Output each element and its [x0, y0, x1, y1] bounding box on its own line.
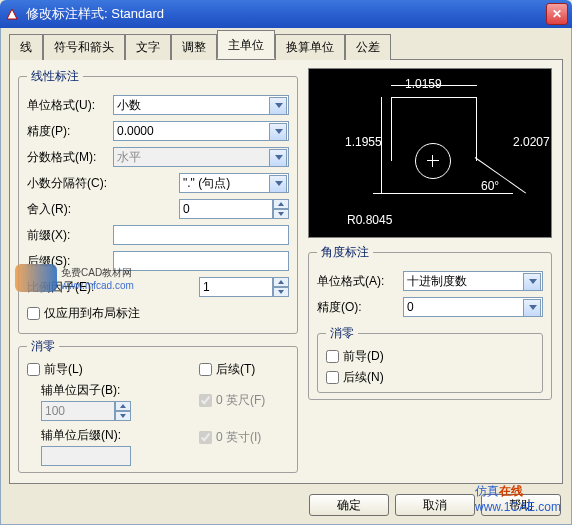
suffix-input[interactable] — [117, 254, 270, 268]
precision-select[interactable]: 0.0000 — [113, 121, 289, 141]
watermark-logo-icon — [15, 264, 57, 292]
unit-format-select[interactable]: 小数 — [113, 95, 289, 115]
fraction-format-label: 分数格式(M): — [27, 149, 113, 166]
spin-down-icon — [115, 411, 131, 421]
right-column: 1.0159 1.1955 2.0207 60° R0.8045 角度标注 单位… — [308, 68, 552, 475]
angular-unit-format-label: 单位格式(A): — [317, 273, 403, 290]
chevron-down-icon — [275, 181, 283, 186]
tab-primary-units[interactable]: 主单位 — [217, 30, 275, 59]
ok-button[interactable]: 确定 — [309, 494, 389, 516]
titlebar: 修改标注样式: Standard ✕ — [0, 0, 572, 28]
round-label: 舍入(R): — [27, 201, 113, 218]
scale-factor-spinner[interactable] — [199, 277, 289, 297]
dialog-body: 线 符号和箭头 文字 调整 主单位 换算单位 公差 线性标注 单位格式(U): … — [0, 28, 572, 525]
spin-up-icon[interactable] — [273, 277, 289, 287]
cancel-button[interactable]: 取消 — [395, 494, 475, 516]
fraction-format-select: 水平 — [113, 147, 289, 167]
trailing-checkbox[interactable]: 后续(T) — [199, 361, 289, 378]
angular-trailing-checkbox[interactable]: 后续(N) — [326, 369, 534, 386]
unit-format-label: 单位格式(U): — [27, 97, 113, 114]
suffix-input-wrap[interactable] — [113, 251, 289, 271]
chevron-down-icon — [529, 305, 537, 310]
suppress-linear-legend: 消零 — [27, 338, 59, 355]
button-row: 确定 取消 帮助 — [309, 494, 561, 516]
spin-down-icon[interactable] — [273, 287, 289, 297]
precision-label: 精度(P): — [27, 123, 113, 140]
spin-up-icon — [115, 401, 131, 411]
prefix-input-wrap[interactable] — [113, 225, 289, 245]
sub-suffix-label: 辅单位后缀(N): — [41, 427, 191, 444]
preview-dim-right: 2.0207 — [513, 135, 550, 149]
watermark: 免费CAD教材网 www.mfcad.com — [15, 264, 134, 292]
close-icon: ✕ — [552, 7, 562, 21]
suppress-angular-legend: 消零 — [326, 325, 358, 342]
close-button[interactable]: ✕ — [546, 3, 568, 25]
dimension-preview: 1.0159 1.1955 2.0207 60° R0.8045 — [308, 68, 552, 238]
apply-layout-checkbox[interactable]: 仅应用到布局标注 — [27, 305, 140, 322]
chevron-down-icon — [275, 129, 283, 134]
preview-dim-radius: R0.8045 — [347, 213, 392, 227]
tab-alternate-units[interactable]: 换算单位 — [275, 34, 345, 60]
watermark-text2: www.mfcad.com — [61, 280, 134, 291]
angular-unit-format-select[interactable]: 十进制度数 — [403, 271, 543, 291]
leading-checkbox[interactable]: 前导(L) — [27, 361, 191, 378]
watermark-text1: 免费CAD教材网 — [61, 266, 134, 280]
sub-suffix-input — [45, 449, 112, 463]
angular-precision-label: 精度(O): — [317, 299, 403, 316]
prefix-input[interactable] — [117, 228, 270, 242]
scale-factor-input[interactable] — [203, 280, 254, 294]
sub-factor-spinner — [41, 401, 191, 421]
sub-factor-label: 辅单位因子(B): — [41, 382, 191, 399]
preview-dim-top: 1.0159 — [405, 77, 442, 91]
tab-text[interactable]: 文字 — [125, 34, 171, 60]
tab-symbols-arrows[interactable]: 符号和箭头 — [43, 34, 125, 60]
angular-dimension-group: 角度标注 单位格式(A): 十进制度数 精度(O): 0 消零 前导(D) 后续… — [308, 244, 552, 400]
help-button[interactable]: 帮助 — [481, 494, 561, 516]
angular-legend: 角度标注 — [317, 244, 373, 261]
sub-suffix-input-wrap — [41, 446, 131, 466]
sub-factor-input — [45, 404, 96, 418]
linear-legend: 线性标注 — [27, 68, 83, 85]
tab-strip: 线 符号和箭头 文字 调整 主单位 换算单位 公差 — [9, 34, 563, 60]
tab-tolerances[interactable]: 公差 — [345, 34, 391, 60]
linear-dimension-group: 线性标注 单位格式(U): 小数 精度(P): 0.0000 分数格式(M): … — [18, 68, 298, 334]
tab-line[interactable]: 线 — [9, 34, 43, 60]
angular-precision-select[interactable]: 0 — [403, 297, 543, 317]
window-title: 修改标注样式: Standard — [26, 5, 546, 23]
spin-down-icon[interactable] — [273, 209, 289, 219]
preview-dim-angle: 60° — [481, 179, 499, 193]
svg-marker-0 — [7, 9, 17, 19]
chevron-down-icon — [529, 279, 537, 284]
inches-checkbox: 0 英寸(I) — [199, 429, 289, 446]
suppress-zeros-angular-group: 消零 前导(D) 后续(N) — [317, 325, 543, 393]
round-input[interactable] — [183, 202, 254, 216]
feet-checkbox: 0 英尺(F) — [199, 392, 289, 409]
angular-leading-checkbox[interactable]: 前导(D) — [326, 348, 534, 365]
decimal-separator-label: 小数分隔符(C): — [27, 175, 113, 192]
round-spinner[interactable] — [179, 199, 289, 219]
apply-layout-check[interactable] — [27, 307, 40, 320]
prefix-label: 前缀(X): — [27, 227, 113, 244]
spin-up-icon[interactable] — [273, 199, 289, 209]
suppress-zeros-linear-group: 消零 前导(L) 辅单位因子(B): 辅单位后缀(N): 后续(T) — [18, 338, 298, 473]
app-icon — [4, 6, 20, 22]
tab-fit[interactable]: 调整 — [171, 34, 217, 60]
decimal-separator-select[interactable]: "." (句点) — [179, 173, 289, 193]
chevron-down-icon — [275, 155, 283, 160]
preview-dim-left: 1.1955 — [345, 135, 382, 149]
chevron-down-icon — [275, 103, 283, 108]
